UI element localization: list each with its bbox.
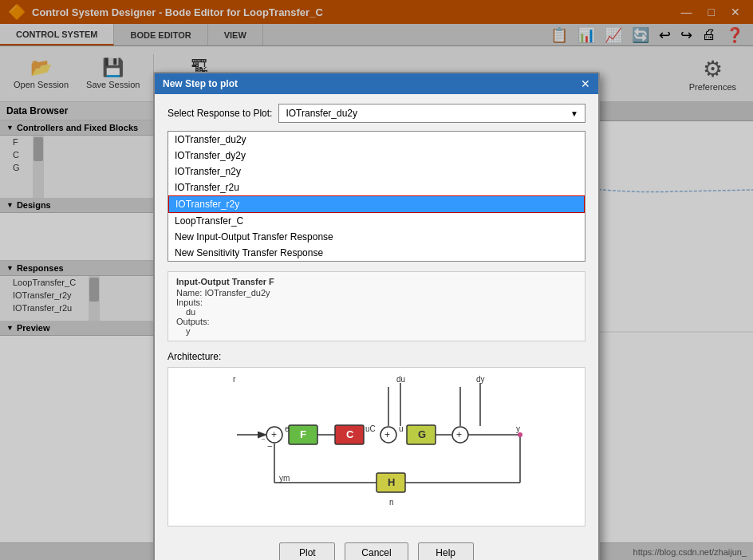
dy-label: dy — [476, 375, 485, 384]
svg-text:−: − — [262, 436, 266, 443]
y-output-label: y — [516, 424, 520, 433]
dropdown-row: Select Response to Plot: IOTransfer_du2y… — [168, 104, 585, 123]
svg-text:+: + — [384, 429, 390, 440]
modal-titlebar: New Step to plot ✕ — [155, 73, 598, 94]
help-button[interactable]: Help — [418, 542, 474, 560]
dd-item-1[interactable]: IOTransfer_dy2y — [168, 148, 585, 164]
uC-label: uC — [365, 424, 376, 433]
plot-button[interactable]: Plot — [279, 542, 335, 560]
dropdown-wrapper: IOTransfer_du2y ▼ — [278, 104, 585, 123]
dd-item-0[interactable]: IOTransfer_du2y — [168, 132, 585, 148]
modal-title: New Step to plot — [163, 78, 238, 89]
n-label: n — [389, 498, 394, 507]
H-label: H — [388, 476, 395, 488]
junction-y — [518, 432, 522, 437]
info-outputs-row: Outputs: — [176, 317, 577, 326]
r-label: r — [233, 375, 236, 384]
cancel-button[interactable]: Cancel — [345, 542, 408, 560]
modal-body: Select Response to Plot: IOTransfer_du2y… — [155, 94, 598, 560]
dd-item-2[interactable]: IOTransfer_n2y — [168, 164, 585, 179]
info-inputs-row: Inputs: — [176, 298, 577, 307]
dropdown-selected[interactable]: IOTransfer_du2y ▼ — [278, 104, 585, 123]
dropdown-list: IOTransfer_du2y IOTransfer_dy2y IOTransf… — [168, 131, 585, 262]
info-outputs-value: y — [176, 326, 577, 336]
info-outputs-label: Outputs: — [176, 317, 210, 326]
modal-buttons: Plot Cancel Help — [168, 536, 585, 560]
du-label: du — [396, 375, 405, 384]
arch-label: Architecture: — [168, 351, 585, 362]
u-label: u — [399, 424, 404, 433]
dropdown-label: Select Response to Plot: — [168, 108, 272, 119]
modal-close-button[interactable]: ✕ — [581, 77, 590, 90]
info-title: Input-Output Transfer F — [176, 277, 577, 286]
dropdown-chevron-icon: ▼ — [570, 109, 578, 118]
svg-text:+: + — [271, 429, 277, 440]
new-step-to-plot-modal: New Step to plot ✕ Select Response to Pl… — [153, 72, 600, 560]
F-label: F — [300, 428, 306, 440]
svg-text:+: + — [456, 429, 462, 440]
dd-item-6[interactable]: New Input-Output Transfer Response — [168, 229, 585, 245]
info-inputs-label: Inputs: — [176, 298, 203, 307]
arch-svg: r du dy + e F — [185, 371, 568, 523]
arch-diagram: r du dy + e F — [168, 367, 585, 526]
ym-label: ym — [279, 474, 290, 483]
architecture-section: Architecture: r du dy + e — [168, 351, 585, 526]
dd-item-3[interactable]: IOTransfer_r2u — [168, 179, 585, 195]
dd-item-4[interactable]: IOTransfer_r2y — [168, 195, 585, 213]
info-inputs-value: du — [176, 307, 577, 317]
info-panel: Input-Output Transfer F Name: IOTransfer… — [168, 271, 585, 341]
dropdown-selected-value: IOTransfer_du2y — [286, 108, 570, 119]
C-label: C — [346, 428, 354, 440]
sum1-minus: − — [267, 441, 272, 451]
modal-overlay: New Step to plot ✕ Select Response to Pl… — [0, 0, 753, 560]
G-label: G — [418, 428, 426, 440]
dd-item-5[interactable]: LoopTransfer_C — [168, 213, 585, 229]
info-name: Name: IOTransfer_du2y — [176, 288, 577, 298]
dd-item-7[interactable]: New Sensitivity Transfer Response — [168, 245, 585, 261]
